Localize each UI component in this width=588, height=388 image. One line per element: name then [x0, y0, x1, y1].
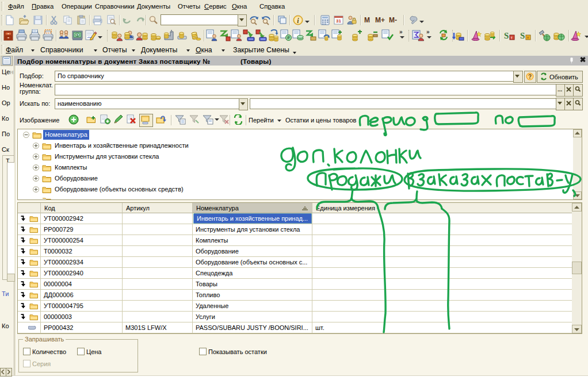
- svg-text:₽: ₽: [287, 36, 290, 40]
- svg-text:»: »: [399, 29, 403, 35]
- svg-text:31: 31: [336, 18, 341, 24]
- svg-text:S: S: [504, 31, 509, 40]
- svg-text:S: S: [520, 31, 525, 40]
- svg-text:?: ?: [528, 74, 532, 80]
- svg-text:»: »: [426, 29, 430, 35]
